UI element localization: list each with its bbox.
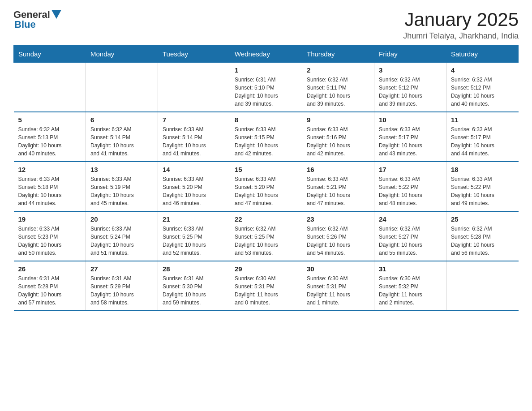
day-cell: 2Sunrise: 6:32 AMSunset: 5:11 PMDaylight… <box>302 63 374 112</box>
week-row-4: 19Sunrise: 6:33 AMSunset: 5:23 PMDayligh… <box>14 211 519 261</box>
day-number: 11 <box>451 116 514 124</box>
header-day-wednesday: Wednesday <box>230 46 302 63</box>
day-info: Sunrise: 6:32 AMSunset: 5:25 PMDaylight:… <box>235 225 297 257</box>
day-number: 5 <box>18 116 82 124</box>
day-number: 8 <box>235 116 297 124</box>
day-number: 25 <box>451 215 514 223</box>
day-cell: 14Sunrise: 6:33 AMSunset: 5:20 PMDayligh… <box>158 162 230 211</box>
header-day-tuesday: Tuesday <box>158 46 230 63</box>
day-info: Sunrise: 6:33 AMSunset: 5:17 PMDaylight:… <box>451 125 514 158</box>
day-number: 4 <box>451 66 514 74</box>
week-row-5: 26Sunrise: 6:31 AMSunset: 5:28 PMDayligh… <box>14 261 519 311</box>
day-number: 22 <box>235 215 297 223</box>
day-info: Sunrise: 6:33 AMSunset: 5:22 PMDaylight:… <box>451 175 514 207</box>
day-info: Sunrise: 6:32 AMSunset: 5:27 PMDaylight:… <box>379 225 442 257</box>
day-number: 29 <box>235 265 297 273</box>
day-number: 13 <box>90 166 153 173</box>
day-info: Sunrise: 6:33 AMSunset: 5:15 PMDaylight:… <box>235 125 297 158</box>
day-cell: 10Sunrise: 6:33 AMSunset: 5:17 PMDayligh… <box>374 112 446 162</box>
day-cell: 26Sunrise: 6:31 AMSunset: 5:28 PMDayligh… <box>14 261 86 311</box>
day-number: 20 <box>90 215 153 223</box>
day-number: 17 <box>379 166 442 173</box>
day-number: 10 <box>379 116 442 124</box>
day-cell: 9Sunrise: 6:33 AMSunset: 5:16 PMDaylight… <box>302 112 374 162</box>
day-number: 6 <box>90 116 153 124</box>
day-cell: 4Sunrise: 6:32 AMSunset: 5:12 PMDaylight… <box>446 63 519 112</box>
day-info: Sunrise: 6:32 AMSunset: 5:14 PMDaylight:… <box>90 125 153 158</box>
day-number: 16 <box>307 166 369 173</box>
day-info: Sunrise: 6:33 AMSunset: 5:21 PMDaylight:… <box>307 175 369 207</box>
day-info: Sunrise: 6:30 AMSunset: 5:31 PMDaylight:… <box>235 274 297 307</box>
week-row-2: 5Sunrise: 6:32 AMSunset: 5:13 PMDaylight… <box>14 112 519 162</box>
day-cell: 7Sunrise: 6:33 AMSunset: 5:14 PMDaylight… <box>158 112 230 162</box>
day-number: 24 <box>379 215 442 223</box>
day-cell: 13Sunrise: 6:33 AMSunset: 5:19 PMDayligh… <box>86 162 158 211</box>
day-info: Sunrise: 6:31 AMSunset: 5:28 PMDaylight:… <box>18 274 82 307</box>
day-info: Sunrise: 6:32 AMSunset: 5:11 PMDaylight:… <box>307 76 369 108</box>
day-cell: 25Sunrise: 6:32 AMSunset: 5:28 PMDayligh… <box>446 211 519 261</box>
day-cell: 29Sunrise: 6:30 AMSunset: 5:31 PMDayligh… <box>230 261 302 311</box>
day-info: Sunrise: 6:30 AMSunset: 5:31 PMDaylight:… <box>307 274 369 307</box>
day-info: Sunrise: 6:33 AMSunset: 5:25 PMDaylight:… <box>163 225 225 257</box>
day-info: Sunrise: 6:33 AMSunset: 5:20 PMDaylight:… <box>163 175 225 207</box>
day-cell: 5Sunrise: 6:32 AMSunset: 5:13 PMDaylight… <box>14 112 86 162</box>
day-info: Sunrise: 6:32 AMSunset: 5:13 PMDaylight:… <box>18 125 82 158</box>
day-info: Sunrise: 6:33 AMSunset: 5:22 PMDaylight:… <box>379 175 442 207</box>
day-number: 18 <box>451 166 514 173</box>
title-section: January 2025 Jhumri Telaiya, Jharkhand, … <box>403 9 519 41</box>
month-title: January 2025 <box>403 9 519 30</box>
day-number: 9 <box>307 116 369 124</box>
day-cell: 30Sunrise: 6:30 AMSunset: 5:31 PMDayligh… <box>302 261 374 311</box>
calendar-header: SundayMondayTuesdayWednesdayThursdayFrid… <box>14 46 519 63</box>
day-cell <box>86 63 158 112</box>
day-number: 26 <box>18 265 82 273</box>
svg-marker-0 <box>51 10 61 19</box>
logo-triangle-icon <box>51 10 61 19</box>
day-info: Sunrise: 6:33 AMSunset: 5:14 PMDaylight:… <box>163 125 225 158</box>
day-cell: 23Sunrise: 6:32 AMSunset: 5:26 PMDayligh… <box>302 211 374 261</box>
header-day-saturday: Saturday <box>446 46 519 63</box>
day-cell: 24Sunrise: 6:32 AMSunset: 5:27 PMDayligh… <box>374 211 446 261</box>
day-number: 21 <box>163 215 225 223</box>
day-cell <box>446 261 519 311</box>
logo-blue: Blue <box>14 19 36 30</box>
day-info: Sunrise: 6:33 AMSunset: 5:18 PMDaylight:… <box>18 175 82 207</box>
day-info: Sunrise: 6:31 AMSunset: 5:30 PMDaylight:… <box>163 274 225 307</box>
day-cell: 6Sunrise: 6:32 AMSunset: 5:14 PMDaylight… <box>86 112 158 162</box>
day-cell: 18Sunrise: 6:33 AMSunset: 5:22 PMDayligh… <box>446 162 519 211</box>
day-cell <box>158 63 230 112</box>
day-number: 27 <box>90 265 153 273</box>
day-number: 19 <box>18 215 82 223</box>
week-row-1: 1Sunrise: 6:31 AMSunset: 5:10 PMDaylight… <box>14 63 519 112</box>
day-number: 7 <box>163 116 225 124</box>
day-cell: 22Sunrise: 6:32 AMSunset: 5:25 PMDayligh… <box>230 211 302 261</box>
day-info: Sunrise: 6:30 AMSunset: 5:32 PMDaylight:… <box>379 274 442 307</box>
day-cell: 17Sunrise: 6:33 AMSunset: 5:22 PMDayligh… <box>374 162 446 211</box>
day-info: Sunrise: 6:33 AMSunset: 5:17 PMDaylight:… <box>379 125 442 158</box>
day-cell: 20Sunrise: 6:33 AMSunset: 5:24 PMDayligh… <box>86 211 158 261</box>
day-cell: 31Sunrise: 6:30 AMSunset: 5:32 PMDayligh… <box>374 261 446 311</box>
day-info: Sunrise: 6:33 AMSunset: 5:19 PMDaylight:… <box>90 175 153 207</box>
day-number: 1 <box>235 66 297 74</box>
location: Jhumri Telaiya, Jharkhand, India <box>403 31 519 41</box>
day-number: 12 <box>18 166 82 173</box>
day-cell: 21Sunrise: 6:33 AMSunset: 5:25 PMDayligh… <box>158 211 230 261</box>
day-info: Sunrise: 6:32 AMSunset: 5:28 PMDaylight:… <box>451 225 514 257</box>
day-cell: 27Sunrise: 6:31 AMSunset: 5:29 PMDayligh… <box>86 261 158 311</box>
day-info: Sunrise: 6:31 AMSunset: 5:10 PMDaylight:… <box>235 76 297 108</box>
day-cell <box>14 63 86 112</box>
day-info: Sunrise: 6:31 AMSunset: 5:29 PMDaylight:… <box>90 274 153 307</box>
day-number: 31 <box>379 265 442 273</box>
header-day-sunday: Sunday <box>14 46 86 63</box>
day-cell: 12Sunrise: 6:33 AMSunset: 5:18 PMDayligh… <box>14 162 86 211</box>
day-cell: 19Sunrise: 6:33 AMSunset: 5:23 PMDayligh… <box>14 211 86 261</box>
header-day-thursday: Thursday <box>302 46 374 63</box>
day-number: 28 <box>163 265 225 273</box>
calendar-table: SundayMondayTuesdayWednesdayThursdayFrid… <box>13 45 519 311</box>
day-cell: 8Sunrise: 6:33 AMSunset: 5:15 PMDaylight… <box>230 112 302 162</box>
day-number: 14 <box>163 166 225 173</box>
header-day-monday: Monday <box>86 46 158 63</box>
page-header: General Blue January 2025 Jhumri Telaiya… <box>13 9 519 41</box>
day-info: Sunrise: 6:33 AMSunset: 5:16 PMDaylight:… <box>307 125 369 158</box>
day-number: 30 <box>307 265 369 273</box>
